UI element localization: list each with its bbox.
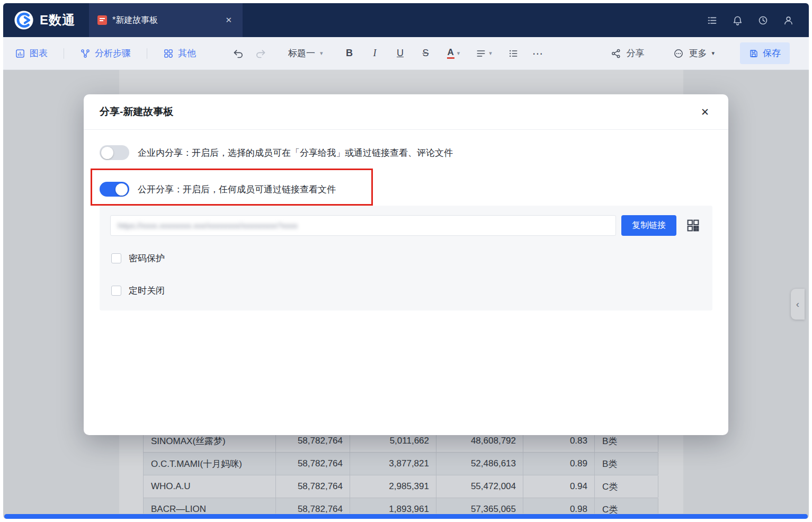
underline-button[interactable]: U bbox=[395, 48, 406, 59]
toolbar-right: 分享 更多 ▾ bbox=[611, 42, 797, 64]
content-area: SINOMAX(丝露梦) 58,782,764 5,011,662 48,608… bbox=[3, 70, 809, 519]
heading-style-dropdown[interactable]: 标题一 ▾ bbox=[288, 47, 323, 59]
tab-title: *新建故事板 bbox=[112, 15, 218, 26]
italic-button[interactable]: I bbox=[370, 48, 380, 59]
more-tools-icon[interactable]: ⋯ bbox=[532, 47, 544, 60]
toggle-knob bbox=[101, 147, 113, 159]
more-label: 更多 bbox=[689, 47, 707, 59]
undo-icon[interactable] bbox=[233, 48, 244, 59]
share-link-value: https://xxxx.xxxxxxxx.xxx/xxxxxxxx/xxxxx… bbox=[118, 221, 298, 230]
align-left-icon bbox=[476, 48, 486, 59]
chart-icon bbox=[15, 48, 25, 59]
alignment-dropdown[interactable]: ▾ bbox=[476, 48, 492, 59]
history-clock-icon[interactable] bbox=[757, 15, 769, 26]
chevron-down-icon: ▾ bbox=[457, 50, 460, 57]
internal-share-row: 企业内分享：开启后，选择的成员可在「分享给我」或通过链接查看、评论文件 bbox=[100, 145, 453, 160]
strikethrough-button[interactable]: S bbox=[421, 48, 431, 59]
tab-close-icon[interactable]: ✕ bbox=[223, 14, 234, 26]
charts-button[interactable]: 图表 bbox=[15, 47, 48, 59]
share-button[interactable]: 分享 bbox=[611, 47, 644, 59]
password-protect-option[interactable]: 密码保护 bbox=[111, 252, 165, 264]
internal-share-toggle[interactable] bbox=[100, 145, 129, 160]
timed-close-option[interactable]: 定时关闭 bbox=[111, 285, 165, 297]
close-icon[interactable]: ✕ bbox=[698, 104, 712, 120]
font-color-icon: A bbox=[447, 48, 454, 59]
internal-share-description: 企业内分享：开启后，选择的成员可在「分享给我」或通过链接查看、评论文件 bbox=[138, 147, 453, 159]
qr-code-icon[interactable] bbox=[686, 219, 700, 232]
share-dialog: 分享-新建故事板 ✕ 企业内分享：开启后，选择的成员可在「分享给我」或通过链接查… bbox=[84, 94, 728, 435]
app-window: E数通 *新建故事板 ✕ bbox=[3, 3, 809, 519]
public-share-toggle[interactable] bbox=[100, 182, 129, 197]
share-link-panel: https://xxxx.xxxxxxxx.xxx/xxxxxxxx/xxxxx… bbox=[100, 206, 712, 311]
storyboard-doc-icon bbox=[97, 15, 107, 25]
save-label: 保存 bbox=[763, 47, 781, 59]
analysis-steps-icon bbox=[80, 48, 91, 59]
font-color-dropdown[interactable]: A ▾ bbox=[447, 48, 460, 59]
analysis-steps-label: 分析步骤 bbox=[95, 47, 131, 59]
toggle-knob bbox=[115, 183, 128, 196]
password-checkbox[interactable] bbox=[111, 253, 121, 263]
bullet-list-icon[interactable] bbox=[508, 48, 519, 59]
password-label: 密码保护 bbox=[129, 252, 165, 264]
bold-button[interactable]: B bbox=[344, 48, 355, 59]
share-icon bbox=[611, 48, 621, 59]
analysis-steps-button[interactable]: 分析步骤 bbox=[80, 47, 131, 59]
task-list-icon[interactable] bbox=[707, 15, 718, 26]
horizontal-scrollbar[interactable] bbox=[4, 514, 808, 519]
logo-text: E数通 bbox=[40, 12, 75, 29]
share-label: 分享 bbox=[626, 47, 644, 59]
save-floppy-icon bbox=[749, 49, 759, 58]
editor-toolbar: 图表 分析步骤 其他 bbox=[3, 37, 809, 70]
logo-icon bbox=[14, 10, 34, 30]
other-widgets-icon bbox=[163, 48, 174, 59]
timed-close-label: 定时关闭 bbox=[129, 285, 165, 297]
copy-link-button[interactable]: 复制链接 bbox=[621, 215, 676, 236]
share-dialog-header: 分享-新建故事板 ✕ bbox=[84, 94, 728, 130]
chevron-down-icon: ▾ bbox=[489, 50, 492, 57]
charts-label: 图表 bbox=[30, 47, 48, 59]
heading-style-value: 标题一 bbox=[288, 47, 315, 59]
more-circle-icon bbox=[673, 48, 684, 59]
app-logo: E数通 bbox=[3, 10, 89, 30]
chevron-down-icon: ▾ bbox=[711, 50, 715, 57]
topbar: E数通 *新建故事板 ✕ bbox=[3, 3, 809, 37]
topbar-actions bbox=[707, 15, 809, 26]
divider bbox=[64, 48, 64, 59]
more-menu-button[interactable]: 更多 ▾ bbox=[673, 47, 715, 59]
save-button[interactable]: 保存 bbox=[740, 42, 790, 64]
user-profile-icon[interactable] bbox=[783, 15, 794, 26]
tab-storyboard[interactable]: *新建故事板 ✕ bbox=[89, 3, 243, 37]
share-link-input[interactable]: https://xxxx.xxxxxxxx.xxx/xxxxxxxx/xxxxx… bbox=[110, 215, 616, 236]
other-button[interactable]: 其他 bbox=[163, 47, 196, 59]
timed-close-checkbox[interactable] bbox=[111, 286, 121, 296]
chevron-down-icon: ▾ bbox=[320, 50, 323, 57]
divider bbox=[147, 48, 147, 59]
public-share-description: 公开分享：开启后，任何成员可通过链接查看文件 bbox=[138, 183, 336, 196]
notification-bell-icon[interactable] bbox=[732, 15, 743, 26]
redo-icon[interactable] bbox=[255, 48, 266, 59]
dialog-title: 分享-新建故事板 bbox=[100, 105, 173, 119]
public-share-row: 公开分享：开启后，任何成员可通过链接查看文件 bbox=[100, 182, 336, 197]
other-label: 其他 bbox=[178, 47, 196, 59]
